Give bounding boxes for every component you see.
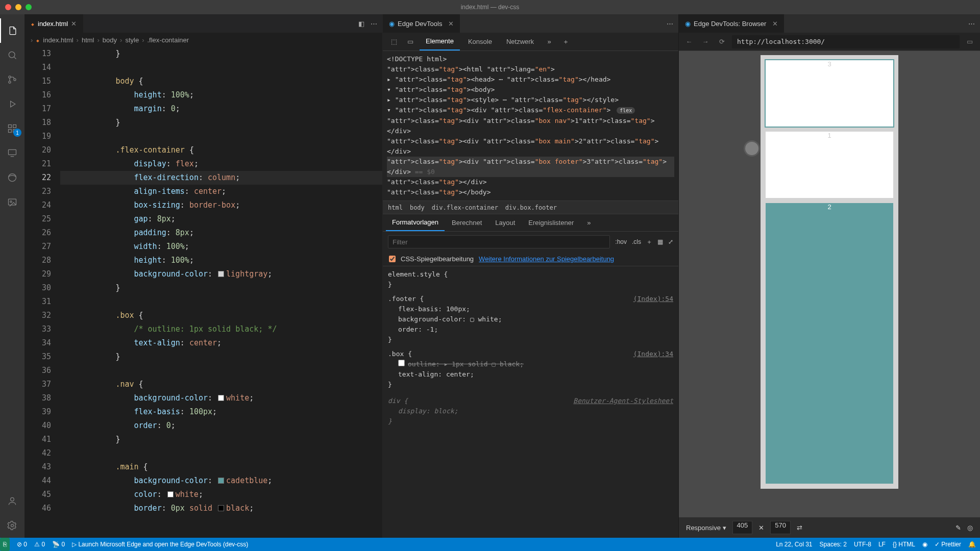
add-tab-icon[interactable]: ＋ xyxy=(558,35,573,49)
close-icon[interactable]: ✕ xyxy=(71,20,77,28)
device-width[interactable]: 405 xyxy=(732,521,753,534)
window-title: index.html — dev-css xyxy=(461,4,520,11)
run-debug-icon[interactable] xyxy=(0,92,24,116)
url-bar[interactable]: http://localhost:3000/ xyxy=(732,35,960,48)
browser-tab[interactable]: ◉ Edge DevTools: Browser ✕ xyxy=(679,14,784,33)
emulate-icon[interactable]: ◎ xyxy=(967,524,973,532)
eol-status[interactable]: LF xyxy=(878,541,886,548)
mirror-checkbox[interactable] xyxy=(389,256,396,262)
decl-checkbox[interactable] xyxy=(398,360,405,366)
svg-rect-8 xyxy=(9,149,16,155)
svg-point-9 xyxy=(9,174,16,182)
svg-point-1 xyxy=(9,76,11,78)
more-icon[interactable]: ⋯ xyxy=(371,20,377,28)
edge-logo-icon: ◉ xyxy=(685,20,691,28)
cursor-position[interactable]: Ln 22, Col 31 xyxy=(776,541,812,548)
mirror-info-link[interactable]: Weitere Informationen zur Spiegelbearbei… xyxy=(479,255,614,263)
editor-tabs: ⬥ index.html ✕ ◧ ⋯ xyxy=(24,14,382,33)
dom-tree[interactable]: <!DOCTYPE html>"attr">class="tag"><html … xyxy=(383,51,678,201)
remote-icon[interactable] xyxy=(0,141,24,165)
device-toolbar: Responsive ▾ 405 ✕ 570 ⇄ ✎ ◎ xyxy=(679,517,980,538)
rotate-icon[interactable]: ⇄ xyxy=(797,524,802,532)
filter-input[interactable] xyxy=(388,235,610,248)
devtools-panel: ◉ Edge DevTools ✕ ⋯ ⬚ ▭ Elemente Konsole… xyxy=(383,14,679,538)
back-icon[interactable]: ← xyxy=(683,38,695,45)
minimize-window-icon[interactable] xyxy=(15,4,21,10)
device-frame: 3 1 2 xyxy=(761,55,898,489)
encoding-status[interactable]: UTF-8 xyxy=(854,541,871,548)
tab-computed[interactable]: Berechnet xyxy=(446,214,488,231)
breadcrumb[interactable]: ›⬥ index.html› html› body› style› .flex-… xyxy=(24,33,382,47)
reload-icon[interactable]: ⟳ xyxy=(716,38,728,45)
device-toggle-icon[interactable]: ▭ xyxy=(403,35,418,49)
expand-icon[interactable]: ⤢ xyxy=(668,238,673,245)
more-tabs-icon[interactable]: » xyxy=(581,214,597,231)
live-preview-icon[interactable]: ◉ xyxy=(922,541,927,548)
tab-network[interactable]: Netzwerk xyxy=(500,33,540,51)
tab-console[interactable]: Konsole xyxy=(462,33,498,51)
maximize-window-icon[interactable] xyxy=(26,4,32,10)
tab-listeners[interactable]: Ereignislistener xyxy=(522,214,580,231)
notifications-icon[interactable]: 🔔 xyxy=(968,541,976,548)
extensions-icon[interactable]: 1 xyxy=(0,116,24,141)
editor-group: ⬥ index.html ✕ ◧ ⋯ ›⬥ index.html› html› … xyxy=(24,14,383,538)
screenshot-icon[interactable]: ✎ xyxy=(955,524,961,532)
edge-logo-icon: ◉ xyxy=(389,20,395,28)
svg-rect-4 xyxy=(9,125,12,128)
inspect-icon[interactable]: ⬚ xyxy=(387,35,401,49)
prettier-status[interactable]: ✓ Prettier xyxy=(935,541,961,548)
svg-point-2 xyxy=(9,81,11,83)
css-mirror-row: CSS-Spiegelbearbeitung Weitere Informati… xyxy=(383,252,678,266)
explorer-icon[interactable] xyxy=(0,18,24,43)
tab-layout[interactable]: Layout xyxy=(489,214,521,231)
svg-rect-5 xyxy=(13,125,16,128)
dock-icon[interactable]: ▭ xyxy=(964,38,976,45)
svg-point-11 xyxy=(10,201,12,203)
launch-task[interactable]: ▷ Launch Microsoft Edge and open the Edg… xyxy=(72,541,248,548)
image-icon[interactable] xyxy=(0,190,24,214)
preview-stage: 3 1 2 xyxy=(679,51,980,517)
devtools-tab[interactable]: ◉ Edge DevTools ✕ xyxy=(383,14,460,33)
add-rule-icon[interactable]: ＋ xyxy=(646,238,652,246)
forward-icon[interactable]: → xyxy=(699,38,712,45)
titlebar: index.html — dev-css xyxy=(0,0,980,14)
preview-box-nav: 1 xyxy=(766,132,893,198)
search-icon[interactable] xyxy=(0,43,24,67)
styles-panel[interactable]: element.style { } (Index):54 .footer { f… xyxy=(383,266,678,538)
window-controls xyxy=(5,4,32,10)
language-status[interactable]: {} HTML xyxy=(893,541,915,548)
close-window-icon[interactable] xyxy=(5,4,11,10)
svg-point-13 xyxy=(11,524,14,527)
editor-tab-label: index.html xyxy=(38,20,68,28)
hov-toggle[interactable]: :hov xyxy=(615,238,627,245)
more-icon[interactable]: ⋯ xyxy=(667,20,673,28)
svg-point-0 xyxy=(9,52,15,58)
code-editor[interactable]: 1314151617181920212223242526272829303132… xyxy=(24,47,382,538)
editor-tab-index[interactable]: ⬥ index.html ✕ xyxy=(24,14,83,33)
tab-styles[interactable]: Formatvorlagen xyxy=(386,214,445,231)
more-tabs-icon[interactable]: » xyxy=(542,35,556,49)
cls-toggle[interactable]: .cls xyxy=(632,238,641,245)
warnings-count[interactable]: ⚠ 0 xyxy=(34,541,45,548)
tab-elements[interactable]: Elemente xyxy=(420,33,460,51)
source-control-icon[interactable] xyxy=(0,67,24,92)
svg-rect-6 xyxy=(9,130,12,133)
device-height[interactable]: 570 xyxy=(770,521,791,534)
preview-box-main: 2 xyxy=(766,203,893,484)
ports-count[interactable]: 📡 0 xyxy=(52,541,65,548)
more-icon[interactable]: ⋯ xyxy=(968,20,975,28)
errors-count[interactable]: ⊘ 0 xyxy=(17,541,27,548)
edge-icon[interactable] xyxy=(0,165,24,190)
flexbox-icon[interactable]: ▦ xyxy=(657,238,663,245)
close-icon[interactable]: ✕ xyxy=(772,20,778,28)
svg-point-12 xyxy=(11,497,14,501)
activity-bar: 1 xyxy=(0,14,24,538)
close-icon[interactable]: ✕ xyxy=(448,20,454,28)
remote-status[interactable]: ⎘ xyxy=(0,538,10,551)
device-select[interactable]: Responsive ▾ xyxy=(686,524,726,532)
account-icon[interactable] xyxy=(0,489,24,513)
settings-icon[interactable] xyxy=(0,513,24,538)
split-editor-icon[interactable]: ◧ xyxy=(358,20,364,28)
dom-breadcrumbs[interactable]: html body div.flex-container div.box.foo… xyxy=(383,201,678,214)
indent-status[interactable]: Spaces: 2 xyxy=(820,541,847,548)
